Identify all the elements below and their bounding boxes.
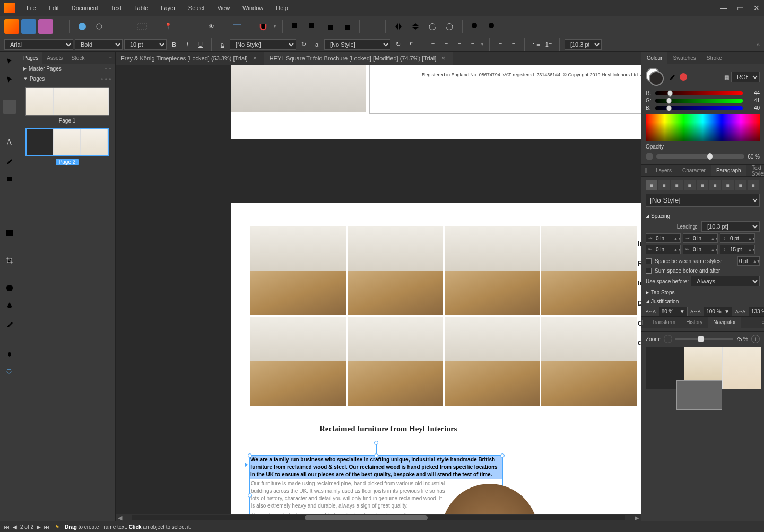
subtract-op-icon[interactable] [485, 19, 500, 34]
ellipse-tool[interactable] [3, 190, 16, 204]
tab-transform[interactable]: Transform [646, 317, 681, 328]
tab-swatches[interactable]: Swatches [667, 52, 701, 64]
tab-colour[interactable]: Colour [641, 52, 667, 64]
tab-stroke[interactable]: Stroke [701, 52, 727, 64]
menu-file[interactable]: File [20, 5, 42, 11]
pilcrow-icon[interactable]: ¶ [405, 39, 417, 50]
menu-help[interactable]: Help [270, 5, 294, 11]
move-tool[interactable] [3, 54, 16, 68]
menu-select[interactable]: Select [182, 5, 211, 11]
snapping-icon[interactable] [256, 19, 271, 34]
gallery-image[interactable] [445, 226, 540, 315]
intersect-op-icon[interactable] [502, 19, 517, 34]
menu-window[interactable]: Window [236, 5, 270, 11]
colour-picker-tool[interactable] [3, 317, 16, 331]
gallery-image[interactable] [348, 317, 443, 406]
preflight-status-icon[interactable]: ⚑ [55, 524, 59, 530]
zoom-out-button[interactable]: − [664, 335, 672, 343]
eyedropper-icon[interactable] [668, 73, 675, 81]
same-styles-value[interactable]: 0 pt▲▼ [737, 256, 760, 266]
same-styles-checkbox[interactable] [646, 258, 652, 264]
font-family-select[interactable]: Arial [4, 39, 73, 50]
window-close[interactable]: ✕ [753, 4, 760, 12]
red-slider[interactable] [655, 91, 743, 95]
use-space-select[interactable]: Always [691, 276, 760, 286]
tab-layers[interactable]: Layers [650, 165, 677, 176]
zoom-tool[interactable] [3, 365, 16, 379]
first-line-indent-input[interactable]: ⇥0 in▲▼ [683, 233, 718, 243]
min-word-spacing[interactable]: 80 %▼ [659, 307, 688, 316]
font-weight-select[interactable]: Bold [75, 39, 123, 50]
menu-document[interactable]: Document [65, 5, 105, 11]
tab-stock[interactable]: Stock [67, 52, 89, 64]
fields-icon[interactable] [230, 19, 245, 34]
tab-paragraph[interactable]: Paragraph [711, 165, 746, 176]
baseline-grid-icon[interactable]: 👁 [204, 19, 219, 34]
align-left-button[interactable]: ≡ [427, 39, 439, 50]
desired-word-spacing[interactable]: 100 %▼ [704, 307, 732, 316]
frame-text-tool[interactable]: T [3, 100, 16, 114]
pinning-icon[interactable]: 📍 [161, 19, 176, 34]
blue-slider[interactable] [655, 106, 743, 110]
recent-colour[interactable] [680, 73, 687, 81]
gallery-image[interactable] [250, 226, 346, 315]
last-page-button[interactable]: ⏭ [44, 524, 49, 530]
para-align-center[interactable]: ≡ [658, 180, 670, 190]
max-word-spacing[interactable]: 133 %▼ [749, 307, 764, 316]
menu-layer[interactable]: Layer [154, 5, 182, 11]
table-tool[interactable] [3, 118, 16, 132]
rotate-ccw-icon[interactable] [425, 19, 440, 34]
tab-history[interactable]: History [681, 317, 708, 328]
facing-page-icon[interactable]: ▫ [105, 76, 107, 82]
panel-menu-icon[interactable]: ≡ [109, 55, 112, 61]
menu-table[interactable]: Table [128, 5, 154, 11]
green-slider[interactable] [655, 99, 743, 103]
bullet-list-button[interactable]: ⋮≡ [529, 39, 541, 50]
font-size-select[interactable]: 10 pt [124, 39, 167, 50]
persona-photo-icon[interactable] [38, 19, 53, 34]
master-opts-icon[interactable]: ▫ [109, 66, 111, 72]
horizontal-scrollbar[interactable]: ◀ ▶ [116, 514, 641, 521]
page-1-thumb[interactable]: Page 1 [25, 87, 109, 124]
outdent-button[interactable]: ≡ [494, 39, 506, 50]
gallery-image[interactable] [541, 226, 637, 315]
gallery-image[interactable] [250, 317, 346, 406]
master-pages-section[interactable]: ▶Master Pages ▫▫ [19, 64, 115, 74]
para-justify-left[interactable]: ≡ [684, 180, 696, 190]
bold-button[interactable]: B [168, 39, 180, 50]
pen-tool[interactable] [3, 154, 16, 168]
artistic-text-tool[interactable]: A [3, 136, 16, 150]
sum-space-checkbox[interactable] [646, 268, 652, 274]
vector-crop-tool[interactable] [3, 254, 16, 267]
page-opts-icon[interactable]: ▫ [109, 76, 111, 82]
page-2-thumb[interactable]: Page 2 [25, 128, 109, 165]
resize-handle[interactable] [248, 453, 252, 458]
tab-assets[interactable]: Assets [42, 52, 67, 64]
tab-pages[interactable]: Pages [19, 52, 42, 64]
rotation-handle[interactable] [374, 441, 378, 445]
update-char-icon[interactable]: ↻ [298, 39, 309, 50]
window-minimize[interactable]: — [720, 4, 727, 12]
para-justify-all[interactable]: ≡ [722, 180, 734, 190]
text-wrap-icon[interactable] [118, 19, 133, 34]
doc-tab-2[interactable]: HEYL Square Trifold Brochure [Locked] [M… [264, 52, 453, 65]
body-paragraph[interactable]: Our furniture is made using reclaimed pi… [250, 479, 446, 511]
resize-handle[interactable] [500, 453, 505, 458]
sync-icon[interactable] [92, 19, 107, 34]
number-list-button[interactable]: 1≡ [543, 39, 554, 50]
gallery-image[interactable] [348, 226, 443, 315]
preflight-icon[interactable] [75, 19, 90, 34]
prev-page-button[interactable]: ◀ [13, 524, 17, 530]
scrollbar-thumb[interactable] [305, 515, 428, 520]
tab-text-styles[interactable]: Text Styles [746, 165, 764, 176]
justification-section[interactable]: ◢Justification [646, 299, 760, 304]
rotate-cw-icon[interactable] [442, 19, 457, 34]
move-back-icon[interactable] [288, 19, 303, 34]
forward-one-icon[interactable] [322, 19, 337, 34]
pages-section[interactable]: ▼Pages ▫▫▫ [19, 74, 115, 84]
colour-model-icon[interactable]: ▦ [724, 74, 729, 80]
menu-view[interactable]: View [211, 5, 236, 11]
overflow-icon[interactable]: » [757, 41, 760, 48]
body-paragraph[interactable]: The reclaimed planks are joined to form … [250, 511, 420, 514]
colour-spectrum[interactable] [646, 114, 760, 141]
